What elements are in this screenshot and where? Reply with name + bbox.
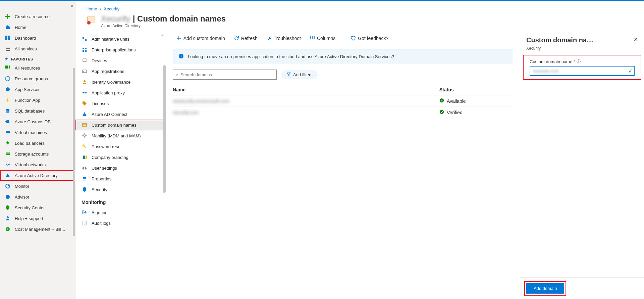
nav-virtual-networks[interactable]: Virtual networks [0,159,75,170]
nav-label: Help + support [15,216,43,221]
table-row[interactable]: xexecurify.onmicrosoft.com Available [173,95,513,107]
svg-rect-28 [83,48,84,49]
shield-icon [82,186,88,193]
table-row[interactable]: xecurify.com Verified [173,107,513,118]
sub-licenses[interactable]: Licenses [75,98,166,109]
sub-enterprise-apps[interactable]: Enterprise applications [75,44,166,55]
svg-rect-6 [9,66,10,67]
svg-point-40 [84,135,86,137]
sub-label: Company branding [92,155,128,160]
sub-identity-gov[interactable]: Identity Governance [75,77,166,87]
nav-load-balancers[interactable]: Load balancers [0,138,75,148]
sub-password[interactable]: Password reset [75,141,166,152]
sub-properties[interactable]: Properties [75,173,166,184]
domain-name-input[interactable] [530,66,635,76]
collapse-sub-icon[interactable]: « [161,33,164,38]
nav-monitor[interactable]: Monitor [0,181,75,191]
svg-point-46 [83,166,87,170]
sub-label: Administrative units [92,37,129,42]
label-text: Custom domain name [530,59,572,64]
nav-cosmos[interactable]: Azure Cosmos DB [0,116,75,127]
blade-title: Custom domain na… [526,36,631,44]
breadcrumb-item[interactable]: Xecurify [104,6,119,11]
sub-label: Identity Governance [92,80,130,85]
person-icon [5,215,11,221]
nav-cost[interactable]: $Cost Management + Bill… [0,224,75,234]
sub-label: Devices [92,58,107,63]
sub-ad-connect[interactable]: Azure AD Connect [75,109,166,120]
svg-point-25 [87,21,91,25]
triangle-icon [5,172,11,178]
sub-admin-units[interactable]: Administrative units [75,34,166,44]
sub-mobility[interactable]: Mobility (MDM and MAM) [75,130,166,141]
info-banner[interactable]: i Looking to move an on-premises applica… [173,49,513,64]
nav-app-services[interactable]: App Services [0,84,75,95]
check-circle-icon [439,98,444,104]
troubleshoot-button[interactable]: Troubleshoot [263,34,304,42]
separator [343,35,343,42]
close-icon[interactable]: ✕ [634,36,638,43]
svg-rect-8 [7,67,8,69]
refresh-button[interactable]: Refresh [230,34,261,42]
nav-advisor[interactable]: Advisor [0,191,75,202]
columns-button[interactable]: Columns [306,34,339,42]
sub-label: Mobility (MDM and MAM) [92,133,141,138]
chevron-right-icon: › [100,6,101,11]
breadcrumb: Home › Xecurify [75,1,644,14]
collapse-left-icon[interactable]: « [71,4,73,8]
gear-icon [82,165,88,171]
gear-icon [82,133,88,139]
search-input[interactable] [180,72,274,77]
nav-help[interactable]: Help + support [0,213,75,224]
nav-allservices[interactable]: All services [0,43,75,54]
add-domain-submit-button[interactable]: Add domain [526,283,564,294]
nav-vms[interactable]: Virtual machines [0,127,75,138]
org-icon [82,36,88,42]
nav-dashboard[interactable]: Dashboard [0,33,75,43]
log-icon [82,220,88,226]
nav-label: Cost Management + Bill… [15,227,65,232]
scrollbar[interactable] [72,68,75,299]
svg-rect-16 [7,134,8,134]
star-icon: ★ [5,57,8,61]
nav-sql[interactable]: SQLSQL databases [0,105,75,116]
cell-status: Available [439,98,513,104]
sub-custom-domain[interactable]: Custom domain names [75,120,166,130]
nav-all-resources[interactable]: All resources [0,62,75,73]
svg-rect-15 [6,131,10,133]
sub-app-reg[interactable]: App registrations [75,66,166,77]
sub-devices[interactable]: Devices [75,55,166,66]
nav-function-app[interactable]: Function App [0,95,75,105]
nav-label: Advisor [15,195,29,200]
nav-label: App Services [15,87,41,92]
sub-signins[interactable]: Sign-ins [75,207,166,218]
signin-icon [82,209,88,215]
svg-rect-30 [83,50,84,52]
svg-rect-18 [6,154,10,155]
info-icon[interactable]: ⓘ [577,59,581,65]
nav-label: Virtual networks [15,162,46,167]
nav-resource-groups[interactable]: Resource groups [0,73,75,84]
sub-label: App registrations [92,69,124,74]
scrollbar[interactable] [163,38,166,299]
feedback-button[interactable]: Got feedback? [347,34,392,42]
plus-icon [176,36,181,41]
sub-app-proxy[interactable]: Application proxy [75,87,166,98]
sub-branding[interactable]: Company branding [75,152,166,163]
col-status[interactable]: Status [439,87,513,92]
breadcrumb-home[interactable]: Home [86,6,97,11]
add-filters-button[interactable]: Add filters [281,70,318,79]
col-name[interactable]: Name [173,87,439,92]
sub-auditlogs[interactable]: Audit logs [75,218,166,228]
nav-storage[interactable]: Storage accounts [0,148,75,159]
nav-azure-ad[interactable]: Azure Active Directory [0,170,75,181]
search-domains-input[interactable]: ⌕ [173,70,277,80]
sub-security[interactable]: Security [75,184,166,195]
svg-rect-17 [6,153,10,154]
add-domain-button[interactable]: Add custom domain [173,34,228,42]
toolbar: Add custom domain Refresh Troubleshoot C… [166,32,520,45]
nav-home[interactable]: Home [0,22,75,33]
sub-user-settings[interactable]: User settings [75,163,166,173]
create-resource[interactable]: Create a resource [0,11,75,22]
nav-security-center[interactable]: Security Center [0,202,75,213]
